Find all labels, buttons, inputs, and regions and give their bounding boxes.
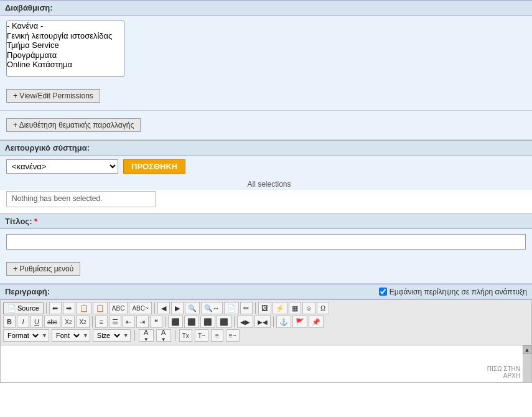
tb-remove-format[interactable]: Tx	[179, 329, 192, 342]
format-select-wrap: Format ▼	[3, 329, 49, 342]
scroll-up[interactable]: ▲	[523, 345, 531, 354]
tb-align-center[interactable]: ⬛	[184, 316, 199, 328]
tb-pin[interactable]: 📌	[309, 316, 324, 328]
tb-replace[interactable]: 🔍↔	[201, 302, 223, 314]
perigrafi-checkbox[interactable]	[379, 288, 387, 296]
leitourgiko-select[interactable]: <κανένα>	[6, 159, 118, 174]
tb-spell1[interactable]: ABC	[109, 302, 128, 314]
titlos-label: Τίτλος:	[5, 217, 32, 226]
diabathmisi-section: Διαβάθμιση: - Κανένα - Γενική λειτουργία…	[0, 0, 532, 82]
theme-button[interactable]: + Διευθέτηση θεματικής παραλλαγής	[6, 118, 141, 132]
back-to-top[interactable]: ΠΙΣΩ ΣΤΗΝ ΑΡΧΗ	[487, 365, 520, 379]
nothing-selected-box: Nothing has been selected.	[6, 191, 156, 207]
toolbar-row-0: 📄 Source ⬅ ➡ 📋 📋 ABC ABC~ ◀ ▶ 🔍 🔍↔ 📄 ✏ 🖼…	[3, 302, 529, 314]
tb-strike[interactable]: abc	[44, 316, 60, 328]
tb-flag[interactable]: 🚩	[292, 316, 307, 328]
leitourgiko-header: Λειτουργικό σύστημα:	[0, 140, 532, 156]
tb-ol[interactable]: ≡	[95, 316, 108, 328]
tb-blockquote[interactable]: ❝	[150, 316, 162, 328]
tb-styles[interactable]: ≡	[211, 329, 223, 342]
view-edit-button[interactable]: + View/Edit Permissions	[6, 89, 100, 103]
sep-5	[234, 316, 235, 327]
menu-settings-button[interactable]: + Ρυθμίσεις μενού	[6, 262, 80, 276]
tb-edit2[interactable]: ✏	[240, 302, 253, 314]
view-edit-row: + View/Edit Permissions	[0, 82, 532, 111]
sep-7	[134, 330, 135, 341]
sep-2	[255, 302, 256, 314]
leitourgiko-label: Λειτουργικό σύστημα:	[5, 143, 90, 152]
titlos-body	[0, 229, 532, 255]
tb-underline[interactable]: U	[30, 316, 43, 328]
editor-body[interactable]: ▲ ΠΙΣΩ ΣΤΗΝ ΑΡΧΗ	[0, 345, 532, 383]
menu-settings-row: + Ρυθμίσεις μενού	[0, 255, 532, 284]
format-arrow: ▼	[40, 332, 49, 339]
sep-8	[175, 330, 175, 341]
required-star: *	[34, 217, 37, 226]
format-select[interactable]: Format	[4, 330, 40, 341]
toolbar-row-1: B I U abc X2 X2 ≡ ☰ ⇤ ⇥ ❝ ⬛ ⬛ ⬛ ⬛ ◀▶ ▶◀ …	[3, 316, 529, 328]
font-color-btn[interactable]: A ▼	[139, 329, 154, 342]
tb-copy[interactable]: 📋	[77, 302, 91, 314]
diabathmisi-select[interactable]: - Κανένα - Γενική λειτουργία ιστοσελίδας…	[6, 21, 124, 77]
perigrafi-section: Περιγραφή: Εμφάνιση περίληψης σε πλήρη α…	[0, 284, 532, 383]
sep-4	[165, 316, 166, 327]
perigrafi-header: Περιγραφή: Εμφάνιση περίληψης σε πλήρη α…	[0, 284, 532, 299]
add-button[interactable]: ΠΡΟΣΘΗΚΗ	[123, 159, 185, 174]
tb-spell2[interactable]: ABC~	[129, 302, 151, 314]
size-select-wrap: Size ▼	[93, 329, 131, 342]
tb-indent[interactable]: ➡	[63, 302, 75, 314]
scrollbar-right[interactable]: ▲	[523, 345, 531, 382]
tb-italic[interactable]: I	[17, 316, 29, 328]
perigrafi-checkbox-text: Εμφάνιση περίληψης σε πλήρη ανάπτυξη	[390, 288, 527, 296]
page-icon: 📄	[7, 304, 16, 312]
tb-align-right[interactable]: ⬛	[200, 316, 215, 328]
theme-row: + Διευθέτηση θεματικής παραλλαγής	[0, 111, 532, 140]
size-select[interactable]: Size	[93, 330, 122, 341]
font-select[interactable]: Font	[52, 330, 82, 341]
tb-table[interactable]: ▦	[289, 302, 301, 314]
tb-outdent2[interactable]: ⇤	[123, 316, 135, 328]
tb-align-left[interactable]: ⬛	[168, 316, 183, 328]
tb-paste-text[interactable]: ≡~	[226, 329, 240, 342]
tb-remove-styles[interactable]: T~	[195, 329, 208, 342]
sep-6	[273, 316, 274, 327]
tb-indent2[interactable]: ⇥	[136, 316, 149, 328]
tb-ul[interactable]: ☰	[109, 316, 121, 328]
toolbar-row-2: Format ▼ Font ▼ Size ▼ A ▼	[3, 329, 529, 342]
sep-3	[92, 316, 93, 327]
source-button[interactable]: 📄 Source	[3, 302, 44, 314]
tb-rtl[interactable]: ▶◀	[254, 316, 271, 328]
leitourgiko-section: Λειτουργικό σύστημα: <κανένα> ΠΡΟΣΘΗΚΗ A…	[0, 140, 532, 207]
tb-outdent[interactable]: ⬅	[49, 302, 62, 314]
sep-1	[154, 302, 155, 314]
all-selections-label: All selections	[0, 177, 532, 190]
tb-redo[interactable]: ▶	[171, 302, 184, 314]
tb-special[interactable]: Ω	[317, 302, 329, 314]
sep-0	[46, 302, 47, 314]
tb-paste2[interactable]: 📋	[93, 302, 108, 314]
tb-sup[interactable]: X2	[76, 316, 89, 328]
font-select-wrap: Font ▼	[52, 329, 90, 342]
nothing-selected-text: Nothing has been selected.	[12, 194, 102, 203]
font-color-arrow: ▼	[144, 337, 149, 342]
titlos-header: Τίτλος: *	[0, 213, 532, 229]
tb-bold[interactable]: B	[3, 316, 16, 328]
tb-smiley[interactable]: ☺	[302, 302, 315, 314]
tb-image[interactable]: 🖼	[258, 302, 271, 314]
tb-sub[interactable]: X2	[62, 316, 75, 328]
perigrafi-checkbox-label[interactable]: Εμφάνιση περίληψης σε πλήρη ανάπτυξη	[379, 288, 527, 296]
tb-flash[interactable]: ⚡	[273, 302, 287, 314]
tb-align-justify[interactable]: ⬛	[217, 316, 231, 328]
titlos-input[interactable]	[6, 234, 526, 250]
tb-undo[interactable]: ◀	[157, 302, 170, 314]
tb-find[interactable]: 🔍	[185, 302, 200, 314]
editor-toolbar: 📄 Source ⬅ ➡ 📋 📋 ABC ABC~ ◀ ▶ 🔍 🔍↔ 📄 ✏ 🖼…	[0, 299, 532, 345]
diabathmisi-body: - Κανένα - Γενική λειτουργία ιστοσελίδας…	[0, 16, 532, 82]
tb-anchor[interactable]: ⚓	[276, 316, 291, 328]
tb-ltr[interactable]: ◀▶	[237, 316, 253, 328]
titlos-section: Τίτλος: *	[0, 213, 532, 255]
diabathmisi-header: Διαβάθμιση:	[0, 0, 532, 16]
perigrafi-label: Περιγραφή:	[5, 287, 50, 296]
bg-color-btn[interactable]: A ▼	[156, 329, 171, 342]
tb-doc[interactable]: 📄	[224, 302, 239, 314]
